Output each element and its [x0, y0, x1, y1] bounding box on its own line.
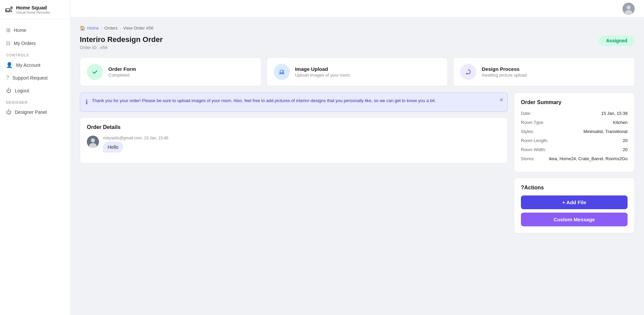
svg-point-1: [627, 5, 631, 9]
breadcrumb: 🏠 Home › Orders › View Order #56: [80, 26, 635, 31]
logout-icon: ⏻: [6, 88, 11, 94]
add-file-label: + Add File: [562, 199, 586, 205]
user-avatar[interactable]: [623, 3, 635, 15]
summary-row-label: Styles:: [521, 129, 534, 134]
step-design-process-title: Design Process: [482, 66, 527, 72]
message-meta: riskysells@gmail.com, 19 Jan, 15:46: [103, 136, 168, 140]
sidebar-item-my-orders[interactable]: ⊟ My Orders: [0, 37, 70, 50]
order-id: Order ID : #56: [80, 45, 163, 50]
breadcrumb-home-link[interactable]: Home: [87, 26, 99, 31]
summary-row-value: 20: [623, 147, 628, 152]
controls-section-label: CONTROLS: [0, 50, 70, 58]
sidebar-item-support-label: Support Request: [12, 75, 48, 81]
grid-icon: ⊟: [6, 40, 10, 46]
status-badge: Assigned: [599, 35, 635, 46]
summary-row: Stores:Ikea, Home24, Crate_Barrel, Rooms…: [521, 156, 628, 161]
message-row: riskysells@gmail.com, 19 Jan, 15:46 Hell…: [87, 136, 501, 152]
actions-title: ?Actions: [521, 185, 628, 191]
order-details-title: Order Details: [87, 124, 501, 130]
step-design-process: Design Process Awaiting picture upload: [453, 57, 635, 86]
summary-row: Room Length:20: [521, 138, 628, 143]
order-form-icon: [87, 64, 103, 80]
order-summary-title: Order Summary: [521, 99, 628, 105]
summary-row-value: 15 Jan, 15:38: [601, 111, 628, 116]
summary-row: Room Type:Kitchen: [521, 120, 628, 125]
summary-row-label: Date:: [521, 111, 531, 116]
custom-message-label: Custom Message: [553, 217, 595, 222]
sidebar-item-home-label: Home: [14, 28, 26, 33]
message-avatar: [87, 136, 99, 148]
summary-row-value: Minimalist, Transitional: [584, 129, 628, 134]
person-icon: 👤: [6, 62, 13, 68]
sidebar-item-designer-panel-label: Designer Panel: [15, 109, 47, 115]
progress-steps: Order Form Completed Image Upload: [80, 57, 635, 86]
sidebar: 🛋 Home Squad Virtual Home Remodel ⊞ Home…: [0, 0, 70, 315]
designer-section-label: DESIGNER: [0, 97, 70, 106]
right-column: Order Summary Date:15 Jan, 15:38Room Typ…: [514, 92, 635, 233]
app-name: Home Squad: [16, 5, 50, 11]
order-summary-card: Order Summary Date:15 Jan, 15:38Room Typ…: [514, 92, 635, 172]
step-image-upload: Image Upload Upload images of your room.: [267, 57, 448, 86]
breadcrumb-sep-1: ›: [101, 26, 102, 31]
summary-row: Date:15 Jan, 15:38: [521, 111, 628, 116]
sidebar-item-my-account[interactable]: 👤 My Account: [0, 58, 70, 72]
info-banner-text: Thank you for your order! Please be sure…: [92, 97, 436, 104]
step-design-process-sub: Awaiting picture upload: [482, 73, 527, 78]
page-header: Interiro Redesign Order Order ID : #56 A…: [80, 35, 635, 50]
image-upload-icon: [274, 64, 290, 80]
info-banner: ℹ Thank you for your order! Please be su…: [80, 92, 508, 112]
summary-row-label: Room Type:: [521, 120, 544, 125]
designer-icon: ⏻: [6, 109, 11, 115]
info-banner-close[interactable]: ✕: [499, 97, 503, 103]
sidebar-item-home[interactable]: ⊞ Home: [0, 24, 70, 37]
order-details-scroll: riskysells@gmail.com, 19 Jan, 15:46 Hell…: [87, 136, 501, 156]
design-process-icon: [460, 64, 476, 80]
main-content: 🏠 Home › Orders › View Order #56 Interir…: [70, 0, 644, 315]
sidebar-item-support[interactable]: ? Support Request: [0, 72, 70, 84]
sidebar-item-logout-label: Logout: [15, 88, 29, 93]
question-icon: ?: [6, 75, 9, 81]
breadcrumb-current: View Order #56: [123, 26, 153, 31]
summary-row-label: Room Width:: [521, 147, 546, 152]
step-image-upload-title: Image Upload: [295, 66, 351, 72]
breadcrumb-sep-2: ›: [120, 26, 121, 31]
sidebar-item-designer-panel[interactable]: ⏻ Designer Panel: [0, 106, 70, 119]
actions-card: ?Actions + Add File Custom Message: [514, 178, 635, 233]
svg-rect-4: [277, 68, 286, 76]
svg-point-9: [91, 138, 95, 142]
topbar: [70, 0, 644, 17]
message-bubble: Hello: [103, 142, 123, 152]
step-order-form-sub: Completed: [108, 73, 136, 78]
step-image-upload-sub: Upload images of your room.: [295, 73, 351, 78]
breadcrumb-orders: Orders: [104, 26, 118, 31]
page-content: 🏠 Home › Orders › View Order #56 Interir…: [70, 17, 644, 315]
step-order-form-title: Order Form: [108, 66, 136, 72]
main-grid: ℹ Thank you for your order! Please be su…: [80, 92, 635, 233]
svg-point-3: [91, 68, 99, 76]
summary-rows: Date:15 Jan, 15:38Room Type:KitchenStyle…: [521, 111, 628, 161]
order-details-card: Order Details: [80, 117, 508, 164]
summary-row-value: Ikea, Home24, Crate_Barrel, Rooms2Go: [549, 156, 628, 161]
summary-row-value: 20: [623, 138, 628, 143]
left-column: ℹ Thank you for your order! Please be su…: [80, 92, 508, 233]
summary-row-label: Stores:: [521, 156, 535, 161]
summary-row: Room Width:20: [521, 147, 628, 152]
sidebar-item-my-orders-label: My Orders: [14, 41, 36, 46]
sidebar-nav: ⊞ Home ⊟ My Orders CONTROLS 👤 My Account…: [0, 19, 70, 123]
message-sender: riskysells@gmail.com: [103, 136, 142, 140]
svg-point-6: [282, 71, 283, 72]
summary-row-label: Room Length:: [521, 138, 548, 143]
add-file-button[interactable]: + Add File: [521, 195, 628, 209]
page-title: Interiro Redesign Order: [80, 35, 163, 44]
step-order-form: Order Form Completed: [80, 57, 261, 86]
svg-rect-7: [464, 68, 473, 76]
home-icon: ⊞: [6, 27, 10, 33]
app-logo: 🛋 Home Squad Virtual Home Remodel: [0, 0, 70, 19]
summary-row-value: Kitchen: [613, 120, 628, 125]
message-timestamp: 19 Jan, 15:46: [144, 136, 168, 140]
logo-icon: 🛋: [5, 5, 13, 14]
app-tagline: Virtual Home Remodel: [16, 11, 50, 14]
summary-row: Styles:Minimalist, Transitional: [521, 129, 628, 134]
sidebar-item-logout[interactable]: ⏻ Logout: [0, 84, 70, 97]
custom-message-button[interactable]: Custom Message: [521, 213, 628, 226]
